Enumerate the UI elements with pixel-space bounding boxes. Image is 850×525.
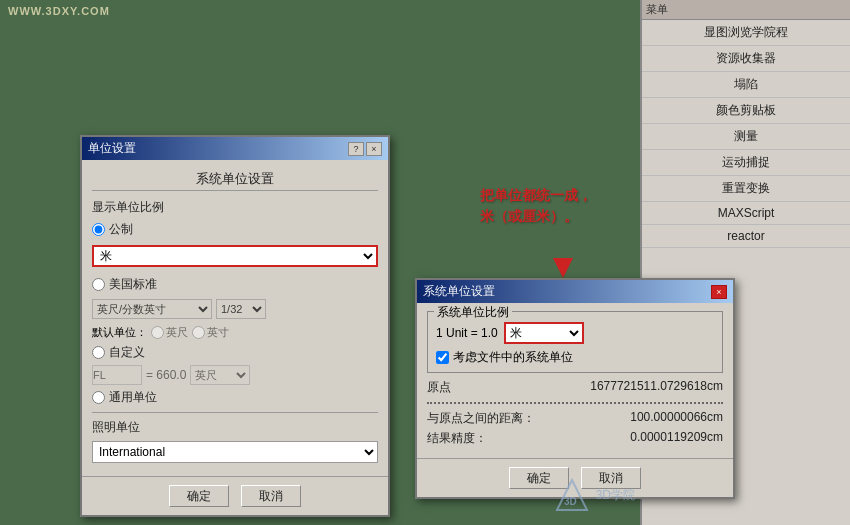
display-scale-label: 显示单位比例 [92,199,378,216]
consider-units-checkbox[interactable] [436,351,449,364]
inches-radio[interactable] [192,326,205,339]
us-radio-item: 美国标准 [92,276,378,293]
watermark-top-left: WWW.3DXY.COM [8,5,110,17]
menu-item-reactor[interactable]: reactor [642,225,850,248]
feet-radio-item: 英尺 [151,325,188,340]
origin-label: 原点 [427,379,451,396]
menu-item-colorclip[interactable]: 颜色剪贴板 [642,98,850,124]
lighting-select[interactable]: International [92,441,378,463]
annotation-text: 把单位都统一成， 米（或厘米）。 [480,185,592,227]
custom-group: = 660.0 英尺 [92,365,378,385]
close-button[interactable]: × [366,142,382,156]
svg-text:3D: 3D [564,496,577,507]
system-group-label: 系统单位比例 [434,304,512,321]
titlebar-buttons: ? × [348,142,382,156]
metric-select-wrapper: 米 [92,245,378,267]
distance-row: 与原点之间的距离： 100.00000066cm [427,410,723,427]
menu-item-browse[interactable]: 显图浏览学院程 [642,20,850,46]
watermark-bottom-right: 3D 3D学院 [552,475,635,515]
dialog-units: 单位设置 ? × 系统单位设置 显示单位比例 公制 米 美国标准 [80,135,390,517]
unit-row: 1 Unit = 1.0 米 [436,322,714,344]
menu-item-resource[interactable]: 资源收集器 [642,46,850,72]
lighting-label: 照明单位 [92,419,378,436]
dialog-system-title: 系统单位设置 [423,283,495,300]
precision-label: 结果精度： [427,430,487,447]
menu-item-collapse[interactable]: 塌陷 [642,72,850,98]
logo-text: 3D学院 [596,487,635,504]
units-cancel-button[interactable]: 取消 [241,485,301,507]
custom-label: 自定义 [109,344,145,361]
help-button[interactable]: ? [348,142,364,156]
feet-radio[interactable] [151,326,164,339]
dialog-units-titlebar: 单位设置 ? × [82,137,388,160]
checkbox-label: 考虑文件中的系统单位 [453,349,573,366]
checkbox-row: 考虑文件中的系统单位 [436,349,714,366]
logo-icon: 3D [552,475,592,515]
inches-radio-item: 英寸 [192,325,229,340]
system-group-box: 系统单位比例 1 Unit = 1.0 米 考虑文件中的系统单位 [427,311,723,373]
metric-radio-item: 公制 [92,221,378,238]
custom-radio[interactable] [92,346,105,359]
system-close-button[interactable]: × [711,285,727,299]
distance-value: 100.00000066cm [630,410,723,427]
lighting-select-wrapper: International [92,441,378,463]
generic-label: 通用单位 [109,389,157,406]
precision-row: 结果精度： 0.0000119209cm [427,430,723,447]
generic-radio-item: 通用单位 [92,389,378,406]
menu-item-maxscript[interactable]: MAXScript [642,202,850,225]
metric-radio[interactable] [92,223,105,236]
default-units-label: 默认单位： [92,325,147,340]
custom-fl-input[interactable] [92,365,142,385]
menu-item-reset[interactable]: 重置变换 [642,176,850,202]
custom-radio-item: 自定义 [92,344,378,361]
metric-label: 公制 [109,221,133,238]
separator [92,412,378,413]
inches-label: 英寸 [207,325,229,340]
arrow-down-icon [553,258,573,278]
default-units-row: 默认单位： 英尺 英寸 [92,325,378,340]
us-label: 美国标准 [109,276,157,293]
us-radio[interactable] [92,278,105,291]
menu-item-mocap[interactable]: 运动捕捉 [642,150,850,176]
origin-row: 原点 1677721511.0729618cm [427,379,723,396]
metric-unit-select[interactable]: 米 [92,245,378,267]
dialog-units-subtitle: 系统单位设置 [92,168,378,191]
dialog-units-footer: 确定 取消 [82,476,388,515]
generic-radio[interactable] [92,391,105,404]
dialog-system: 系统单位设置 × 系统单位比例 1 Unit = 1.0 米 考虑文件中的系统单… [415,278,735,499]
dialog-system-content: 系统单位比例 1 Unit = 1.0 米 考虑文件中的系统单位 原点 1677… [417,303,733,458]
precision-value: 0.0000119209cm [630,430,723,447]
feet-label: 英尺 [166,325,188,340]
dialog-units-title: 单位设置 [88,140,136,157]
us-inline-group: 英尺/分数英寸 1/32 [92,299,378,319]
system-unit-select[interactable]: 米 [504,322,584,344]
us-unit-select[interactable]: 英尺/分数英寸 [92,299,212,319]
origin-value: 1677721511.0729618cm [590,379,723,396]
dialog-system-titlebar: 系统单位设置 × [417,280,733,303]
custom-unit-select[interactable]: 英尺 [190,365,250,385]
dialog-units-content: 系统单位设置 显示单位比例 公制 米 美国标准 英尺/分数英寸 [82,160,388,476]
us-fraction-select[interactable]: 1/32 [216,299,266,319]
dotted-separator [427,402,723,404]
unit-prefix: 1 Unit = 1.0 [436,326,498,340]
menu-item-measure[interactable]: 测量 [642,124,850,150]
lighting-section: 照明单位 International [92,419,378,463]
radio-group: 公制 米 美国标准 英尺/分数英寸 1/32 默认单位 [92,221,378,406]
right-panel-header: 菜单 [642,0,850,20]
units-confirm-button[interactable]: 确定 [169,485,229,507]
custom-equals: = 660.0 [146,368,186,382]
system-titlebar-buttons: × [711,285,727,299]
distance-label: 与原点之间的距离： [427,410,535,427]
